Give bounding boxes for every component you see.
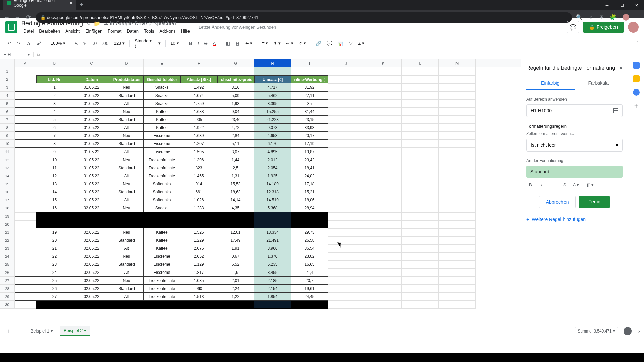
cell[interactable]: [439, 140, 476, 148]
table-cell[interactable]: 6.170: [254, 140, 291, 148]
table-cell[interactable]: Trockenfrüchte: [144, 172, 180, 180]
cell[interactable]: [15, 100, 36, 108]
table-cell[interactable]: 15: [36, 196, 73, 204]
table-cell[interactable]: Alt: [110, 124, 144, 132]
column-header-G[interactable]: G: [217, 59, 254, 67]
column-header-B[interactable]: B: [36, 59, 73, 67]
table-cell[interactable]: 02.05.22: [73, 293, 110, 301]
cell[interactable]: [402, 196, 439, 204]
cell[interactable]: [328, 212, 365, 220]
cell[interactable]: [15, 293, 36, 301]
cell[interactable]: [365, 285, 402, 293]
percent-button[interactable]: %: [81, 39, 89, 47]
table-cell[interactable]: 16: [36, 204, 73, 212]
row-header[interactable]: 29: [0, 293, 15, 301]
print-button[interactable]: 🖨: [24, 39, 33, 47]
tasks-icon[interactable]: [633, 89, 640, 96]
browser-tab[interactable]: Bedingte Formatierung - Google ×: [3, 0, 76, 10]
table-cell[interactable]: 18.334: [254, 228, 291, 236]
column-header-M[interactable]: M: [439, 59, 476, 67]
cell[interactable]: [328, 100, 365, 108]
table-cell[interactable]: 02.05.22: [73, 260, 110, 268]
row-header[interactable]: 20: [0, 220, 15, 228]
menu-icon[interactable]: ⋮: [635, 14, 641, 21]
table-cell[interactable]: 02.05.22: [73, 268, 110, 277]
column-header-L[interactable]: L: [402, 59, 439, 67]
table-cell[interactable]: Softdrinks: [144, 180, 180, 188]
row-header[interactable]: 14: [0, 172, 15, 180]
menu-ansicht[interactable]: Ansicht: [63, 28, 82, 34]
table-cell[interactable]: 17,19: [291, 140, 328, 148]
table-cell[interactable]: 14.519: [254, 196, 291, 204]
table-cell[interactable]: 1.370: [254, 252, 291, 260]
table-cell[interactable]: Softdrinks: [144, 188, 180, 196]
cell[interactable]: [328, 277, 365, 285]
close-sidebar-button[interactable]: ×: [619, 65, 623, 72]
cell[interactable]: [402, 172, 439, 180]
cell[interactable]: [15, 116, 36, 124]
row-header[interactable]: 7: [0, 116, 15, 124]
table-cell[interactable]: [254, 212, 291, 220]
table-cell[interactable]: 25: [36, 277, 73, 285]
menu-tools[interactable]: Tools: [142, 28, 156, 34]
table-cell[interactable]: [36, 212, 73, 220]
table-cell[interactable]: 26: [36, 285, 73, 293]
table-cell[interactable]: Kaffee: [144, 228, 180, 236]
forward-button[interactable]: →: [14, 14, 21, 21]
tab-color-scale[interactable]: Farbskala: [575, 77, 623, 90]
table-cell[interactable]: Standard: [110, 236, 144, 244]
link-button[interactable]: 🔗: [314, 39, 323, 47]
cell[interactable]: [15, 196, 36, 204]
table-cell[interactable]: [217, 212, 254, 220]
table-cell[interactable]: Neu: [110, 252, 144, 260]
table-cell[interactable]: 1.207: [180, 140, 217, 148]
add-sheet-button[interactable]: +: [4, 327, 12, 336]
table-cell[interactable]: 23,46: [217, 116, 254, 124]
cell[interactable]: [73, 67, 110, 75]
menu-datei[interactable]: Datei: [21, 28, 36, 34]
cell[interactable]: [365, 180, 402, 188]
cell[interactable]: [365, 124, 402, 132]
cell[interactable]: [217, 67, 254, 75]
table-cell[interactable]: 1,22: [217, 293, 254, 301]
table-cell[interactable]: 5,11: [217, 140, 254, 148]
table-cell[interactable]: 20,17: [291, 132, 328, 140]
cell[interactable]: [402, 67, 439, 75]
table-cell[interactable]: [110, 212, 144, 220]
cell[interactable]: [439, 228, 476, 236]
table-cell[interactable]: 3.966: [254, 244, 291, 252]
row-header[interactable]: 10: [0, 140, 15, 148]
table-cell[interactable]: [180, 220, 217, 228]
table-cell[interactable]: 31,92: [291, 83, 328, 92]
table-cell[interactable]: 35: [291, 100, 328, 108]
currency-button[interactable]: €: [73, 39, 80, 47]
table-cell[interactable]: [73, 220, 110, 228]
cell[interactable]: [402, 124, 439, 132]
table-cell[interactable]: [291, 220, 328, 228]
table-cell[interactable]: [180, 212, 217, 220]
decrease-decimal-button[interactable]: .0: [91, 39, 99, 47]
table-cell[interactable]: Alt: [110, 172, 144, 180]
table-cell[interactable]: 0,67: [217, 252, 254, 260]
table-cell[interactable]: 16,65: [291, 260, 328, 268]
table-cell[interactable]: 8: [36, 140, 73, 148]
table-cell[interactable]: 3,07: [217, 148, 254, 156]
table-cell[interactable]: 9.073: [254, 124, 291, 132]
row-header[interactable]: 26: [0, 268, 15, 277]
calendar-icon[interactable]: [633, 62, 640, 69]
bold-format-button[interactable]: B: [526, 181, 534, 189]
table-cell[interactable]: Kaffee: [144, 108, 180, 116]
table-cell[interactable]: 905: [180, 116, 217, 124]
table-cell[interactable]: 6: [36, 124, 73, 132]
row-header[interactable]: 9: [0, 132, 15, 140]
italic-format-button[interactable]: I: [538, 181, 546, 189]
table-cell[interactable]: 01.05.22: [73, 108, 110, 116]
row-header[interactable]: 18: [0, 204, 15, 212]
table-cell[interactable]: Alt: [110, 268, 144, 277]
table-cell[interactable]: 5.462: [254, 92, 291, 100]
table-cell[interactable]: 02.05.22: [73, 204, 110, 212]
table-cell[interactable]: Alt: [110, 293, 144, 301]
cell[interactable]: [365, 92, 402, 100]
table-cell[interactable]: 14.189: [254, 180, 291, 188]
cell[interactable]: [402, 228, 439, 236]
